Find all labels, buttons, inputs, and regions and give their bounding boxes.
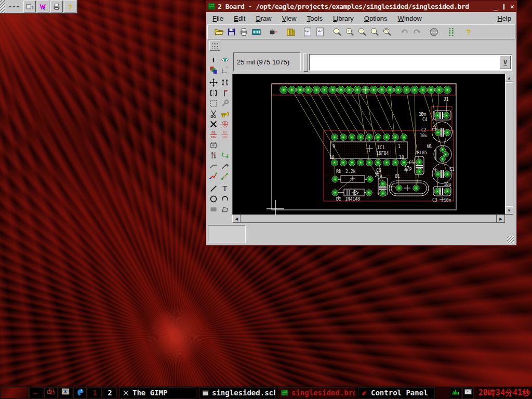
task-singlesided-brd[interactable]: singlesided.brd — [278, 387, 355, 398]
workspace-1[interactable]: 1 — [88, 387, 102, 398]
svg-text:ULP: ULP — [317, 30, 322, 32]
tool-group-button[interactable] — [208, 98, 219, 109]
menu-tools[interactable]: Tools — [302, 14, 328, 23]
launcher-window-list[interactable] — [44, 387, 58, 398]
workspace-2[interactable]: 2 — [103, 387, 117, 398]
command-input[interactable] — [310, 55, 499, 70]
menu-draw[interactable]: Draw — [250, 14, 276, 23]
task-control-panel[interactable]: Control Panel — [358, 387, 435, 398]
panel-button-wm-logo[interactable] — [37, 1, 49, 12]
resize-grip[interactable] — [507, 236, 514, 243]
tool-split-button[interactable] — [208, 150, 219, 161]
svg-text:i: i — [212, 56, 215, 64]
title-bar[interactable]: 2 Board - /opt/eagle/projects/examples/s… — [206, 1, 516, 12]
tool-copy-button[interactable] — [220, 77, 231, 88]
zoom-fit-button[interactable] — [331, 26, 343, 38]
tray-system-monitor[interactable] — [450, 387, 461, 398]
vertical-scrollbar[interactable]: ▲ ▼ — [505, 74, 513, 215]
panel-button-print-manager[interactable] — [50, 1, 63, 12]
tray-mail[interactable] — [462, 387, 474, 398]
menu-help[interactable]: Help — [492, 14, 515, 23]
toolbar-grip[interactable] — [303, 53, 308, 72]
task-singlesided-sch[interactable]: singlesided.sch — [199, 387, 276, 398]
zoom-redraw-button[interactable] — [381, 26, 393, 38]
tool-cut-button[interactable] — [208, 109, 219, 119]
grid-button[interactable] — [209, 41, 220, 51]
tool-smash-button[interactable] — [208, 140, 219, 150]
tool-change-button[interactable] — [220, 98, 231, 109]
board-canvas[interactable]: J1911018IC116F84U178L05C527pC627pR12.2kQ… — [232, 74, 506, 215]
ripup-alt-icon — [220, 171, 230, 181]
tool-move-button[interactable] — [208, 77, 219, 88]
panel-button-help[interactable]: ? — [64, 1, 76, 12]
open-button[interactable] — [213, 26, 225, 38]
tool-route-button[interactable] — [208, 161, 219, 171]
tool-route-manual-button[interactable] — [220, 161, 231, 171]
tool-arc-button[interactable] — [220, 194, 231, 204]
zoom-in-button[interactable] — [344, 26, 356, 38]
undo-button[interactable] — [398, 26, 410, 38]
tool-add-button[interactable] — [220, 119, 231, 129]
panel-drag-handle[interactable] — [0, 0, 5, 13]
menu-file[interactable]: File — [207, 14, 229, 23]
tool-optimize-button[interactable] — [220, 150, 231, 161]
horizontal-scrollbar[interactable]: ◀ ▶ — [232, 215, 505, 223]
tool-delete-button[interactable] — [208, 119, 219, 129]
menu-window[interactable]: Window — [393, 14, 427, 23]
window-menu-icon: ? — [25, 3, 34, 11]
stop-button[interactable]: STOP — [428, 26, 440, 38]
vertical-scroll-thumb[interactable] — [505, 82, 513, 206]
tool-info-button[interactable]: i — [208, 55, 219, 65]
scroll-left-arrow[interactable]: ◀ — [232, 215, 241, 223]
tool-pinswap-button[interactable]: R210k — [208, 129, 219, 140]
tool-circle-button[interactable] — [208, 194, 219, 204]
tool-rect-button[interactable] — [208, 204, 219, 215]
board-schematic-button[interactable] — [268, 26, 280, 38]
launcher-desktop-pager[interactable] — [1, 387, 29, 398]
run-script-button[interactable]: SCR — [302, 26, 314, 38]
pcb-label: C3 — [432, 198, 437, 203]
tool-polygon-button[interactable] — [220, 204, 231, 215]
tool-display-button[interactable] — [208, 65, 219, 75]
pcb-label: 27p — [375, 174, 382, 178]
tool-wire-button[interactable] — [208, 183, 219, 194]
tool-mirror-button[interactable] — [208, 88, 219, 98]
menu-edit[interactable]: Edit — [229, 14, 250, 23]
ratsnest-button[interactable] — [445, 26, 457, 38]
tool-ripup-button[interactable] — [208, 171, 219, 181]
cam-processor-button[interactable] — [250, 26, 262, 38]
task-the-gimp[interactable]: The GIMP — [119, 387, 196, 398]
zoom-out-button[interactable] — [356, 26, 368, 38]
tool-replace-button[interactable]: R210k — [220, 129, 231, 140]
tool-show-button[interactable] — [220, 55, 231, 65]
tool-paste-button[interactable] — [220, 109, 231, 119]
close-button[interactable]: ✕ — [508, 3, 516, 10]
scroll-up-arrow[interactable]: ▲ — [505, 74, 513, 82]
tool-rotate-button[interactable] — [220, 88, 231, 98]
scroll-down-arrow[interactable]: ▼ — [505, 206, 513, 215]
menu-options[interactable]: Options — [359, 14, 393, 23]
minimize-button[interactable]: _ — [491, 3, 500, 10]
panel-button-window-menu[interactable]: ? — [23, 1, 36, 12]
maximize-button[interactable]: ❙ — [500, 3, 508, 10]
tool-ripup-alt-button[interactable] — [220, 171, 231, 181]
launcher-screen-magnifier[interactable] — [59, 387, 72, 398]
run-ulp-button[interactable]: ULP — [314, 26, 326, 38]
tool-mark-button[interactable]: ° — [220, 65, 231, 75]
launcher-paint-app[interactable] — [73, 387, 87, 398]
zoom-select-button[interactable] — [369, 26, 381, 38]
horizontal-scroll-thumb[interactable] — [241, 215, 497, 223]
redo-button[interactable] — [411, 26, 423, 38]
print-button[interactable] — [238, 26, 250, 38]
panel-menu-button[interactable]: --- — [5, 0, 23, 13]
tool-text-button[interactable]: T — [220, 183, 231, 194]
command-dropdown-button[interactable]: V — [500, 56, 511, 69]
save-button[interactable] — [225, 26, 237, 38]
help-button[interactable]: ? — [462, 26, 474, 38]
menu-view[interactable]: View — [277, 14, 302, 23]
scroll-right-arrow[interactable]: ▶ — [497, 215, 505, 223]
library-button[interactable] — [285, 26, 297, 38]
menu-library[interactable]: Library — [328, 14, 359, 23]
launcher-show-desktop[interactable] — [30, 387, 43, 398]
eagle-board-window: 2 Board - /opt/eagle/projects/examples/s… — [206, 1, 517, 246]
